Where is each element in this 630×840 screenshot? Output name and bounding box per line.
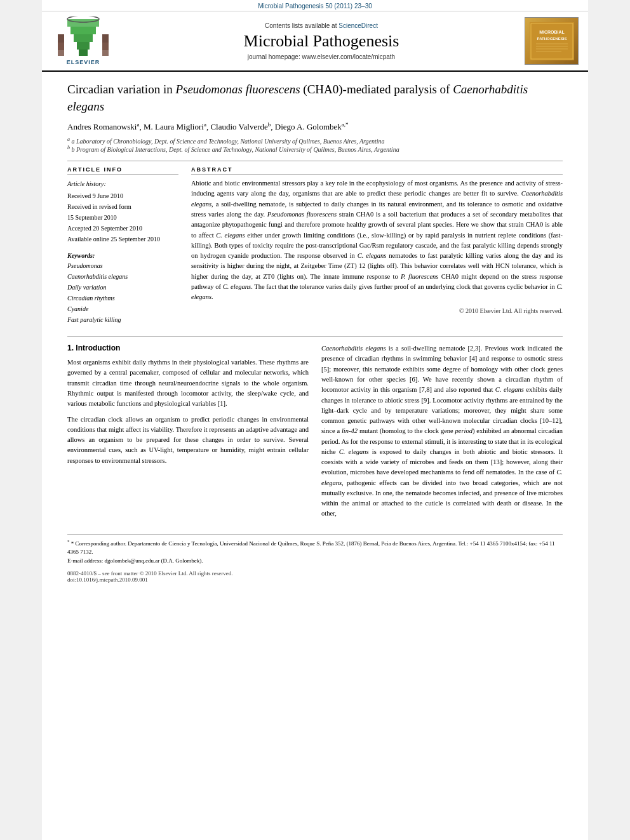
- authors-line: Andres Romanowskia, M. Laura Miglioria, …: [67, 121, 563, 132]
- top-bar: Microbial Pathogenesis 50 (2011) 23–30: [42, 0, 588, 11]
- received-date: Received 9 June 2010: [67, 192, 123, 199]
- affiliations: a a Laboratory of Chronobiology, Dept. o…: [67, 137, 563, 154]
- kw5: Cyanide: [67, 305, 88, 312]
- page: Microbial Pathogenesis 50 (2011) 23–30: [42, 0, 588, 840]
- journal-center-header: Contents lists available at ScienceDirec…: [124, 22, 518, 60]
- intro-two-columns: 1. Introduction Most organisms exhibit d…: [67, 343, 563, 524]
- accepted-date: Accepted 20 September 2010: [67, 225, 142, 232]
- received-revised-label: Received in revised form: [67, 203, 131, 210]
- sciencedirect-link[interactable]: ScienceDirect: [338, 22, 378, 29]
- footnote-section: * * Corresponding author. Departamento d…: [67, 534, 563, 583]
- divider-main: [67, 161, 563, 161]
- kw2: Caenorhabditis elegans: [67, 273, 128, 280]
- affil-b: b b Program of Biological Interactions, …: [67, 145, 563, 153]
- svg-text:MICROBIAL: MICROBIAL: [539, 30, 565, 34]
- article-info-label: ARTICLE INFO: [67, 166, 178, 175]
- journal-logo-box: MICROBIAL PATHOGENESIS: [525, 17, 579, 65]
- contents-line: Contents lists available at ScienceDirec…: [124, 22, 518, 29]
- intro-right-para1: Caenorhabditis elegans is a soil-dwellin…: [321, 343, 563, 519]
- info-abstract-columns: ARTICLE INFO Article history: Received 9…: [67, 166, 563, 325]
- svg-rect-2: [74, 33, 93, 42]
- abstract-text: Abiotic and biotic environmental stresso…: [191, 178, 563, 302]
- kw6: Fast paralytic killing: [67, 316, 121, 323]
- introduction-section: 1. Introduction Most organisms exhibit d…: [67, 337, 563, 524]
- available-date: Available online 25 September 2010: [67, 236, 160, 243]
- keywords-label: Keywords:: [67, 252, 178, 259]
- svg-rect-9: [102, 42, 109, 50]
- svg-text:PATHOGENESIS: PATHOGENESIS: [537, 37, 566, 41]
- issn-line: 0882-4010/$ – see front matter © 2010 El…: [67, 570, 563, 583]
- journal-url: journal homepage: www.elsevier.com/locat…: [124, 53, 518, 60]
- article-history: Article history: Received 9 June 2010 Re…: [67, 178, 178, 244]
- svg-rect-5: [58, 50, 64, 56]
- footnote-corresponding: * * Corresponding author. Departamento d…: [67, 538, 563, 566]
- elsevier-text: ELSEVIER: [67, 59, 100, 65]
- svg-rect-6: [58, 42, 64, 50]
- article-title: Circadian variation in Pseudomonas fluor…: [67, 81, 563, 115]
- intro-right-body: Caenorhabditis elegans is a soil-dwellin…: [321, 343, 563, 519]
- elsevier-logo-area: ELSEVIER: [48, 17, 118, 65]
- kw4: Circadian rhythms: [67, 295, 115, 302]
- keywords-section: Keywords: Pseudomonas Caenorhabditis ele…: [67, 252, 178, 325]
- svg-rect-1: [77, 41, 90, 50]
- main-content: Circadian variation in Pseudomonas fluor…: [42, 72, 588, 589]
- intro-para2: The circadian clock allows an organism t…: [67, 415, 309, 466]
- svg-rect-7: [58, 34, 64, 43]
- intro-body-text: Most organisms exhibit daily rhythms in …: [67, 357, 309, 466]
- journal-citation: Microbial Pathogenesis 50 (2011) 23–30: [258, 3, 372, 10]
- revised-date: 15 September 2010: [67, 214, 117, 221]
- abstract-label: ABSTRACT: [191, 166, 563, 175]
- history-label: Article history:: [67, 178, 178, 189]
- svg-rect-10: [102, 34, 109, 43]
- intro-heading: 1. Introduction: [67, 343, 309, 352]
- kw3: Daily variation: [67, 284, 106, 291]
- svg-rect-8: [102, 50, 109, 56]
- keywords-list: Pseudomonas Caenorhabditis elegans Daily…: [67, 260, 178, 325]
- journal-header: ELSEVIER Contents lists available at Sci…: [42, 11, 588, 72]
- article-info-column: ARTICLE INFO Article history: Received 9…: [67, 166, 178, 325]
- copyright-line: © 2010 Elsevier Ltd. All rights reserved…: [191, 307, 563, 314]
- intro-para1: Most organisms exhibit daily rhythms in …: [67, 357, 309, 409]
- abstract-column: ABSTRACT Abiotic and biotic environmenta…: [191, 166, 563, 325]
- journal-title: Microbial Pathogenesis: [124, 32, 518, 51]
- svg-rect-12: [530, 22, 574, 60]
- affil-a: a a Laboratory of Chronobiology, Dept. o…: [67, 137, 563, 145]
- intro-left-column: 1. Introduction Most organisms exhibit d…: [67, 343, 309, 524]
- svg-rect-4: [67, 19, 99, 27]
- intro-right-column: Caenorhabditis elegans is a soil-dwellin…: [321, 343, 563, 524]
- elsevier-tree-logo: [55, 17, 112, 58]
- kw1: Pseudomonas: [67, 262, 103, 269]
- journal-logo-svg: MICROBIAL PATHOGENESIS: [530, 22, 574, 60]
- journal-logo-area: MICROBIAL PATHOGENESIS: [525, 17, 582, 65]
- svg-rect-3: [70, 25, 96, 34]
